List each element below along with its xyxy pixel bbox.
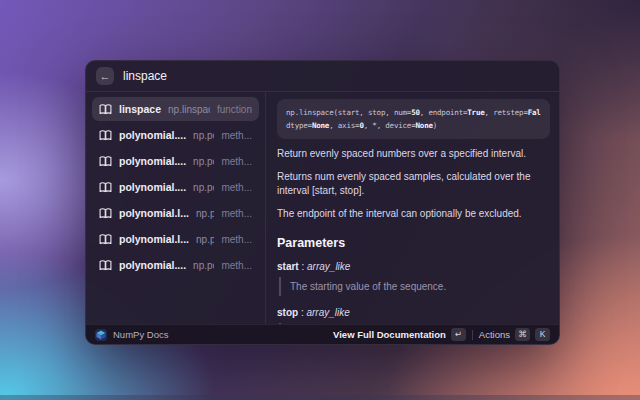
results-panel: linspace np.linspace function polynomial…	[86, 92, 266, 324]
book-icon	[99, 155, 112, 168]
list-item[interactable]: polynomial.... np.polyn... meth...	[92, 253, 259, 277]
list-item[interactable]: polynomial.... np.polyn... meth...	[92, 149, 259, 173]
desktop-background: ← linspace np.linspace function polynomi…	[0, 0, 640, 400]
code-signature-line: np.linspace(start, stop, num=50, endpoin…	[286, 106, 541, 119]
result-type: meth...	[221, 234, 252, 245]
window-body: linspace np.linspace function polynomial…	[86, 92, 559, 324]
actions-button[interactable]: Actions ⌘ K	[479, 328, 550, 341]
back-arrow-icon: ←	[100, 70, 111, 82]
search-input[interactable]	[123, 69, 343, 83]
param-type: array_like	[306, 307, 349, 318]
result-type: function	[217, 104, 252, 115]
result-subtitle: np.polyn...	[193, 260, 214, 271]
param-description: The starting value of the sequence.	[279, 277, 550, 296]
footer-actions: View Full Documentation ↵ Actions ⌘ K	[333, 328, 550, 341]
parameters-heading: Parameters	[277, 236, 550, 250]
result-subtitle: np.linspace	[168, 104, 210, 115]
list-item[interactable]: polynomial.... np.polyn... meth...	[92, 123, 259, 147]
footer-divider	[472, 330, 473, 340]
result-title: polynomial.l...	[119, 233, 189, 245]
list-item[interactable]: linspace np.linspace function	[92, 97, 259, 121]
code-signature-line: dtype=None, axis=0, *, device=None)	[286, 119, 541, 132]
return-key-icon: ↵	[451, 328, 466, 341]
result-subtitle: np.polyn...	[193, 182, 214, 193]
param-name: start	[277, 261, 299, 272]
param-header: start : array_like	[277, 261, 550, 272]
result-subtitle: np.polyn...	[196, 208, 214, 219]
book-icon	[99, 181, 112, 194]
view-full-documentation-button[interactable]: View Full Documentation ↵	[333, 328, 466, 341]
param-description: The end value of the sequence, unless en…	[279, 323, 550, 324]
result-title: polynomial.l...	[119, 207, 189, 219]
result-type: meth...	[221, 156, 252, 167]
param-header: stop : array_like	[277, 307, 550, 318]
window-header: ←	[86, 61, 559, 92]
result-type: meth...	[221, 260, 252, 271]
book-icon	[99, 129, 112, 142]
list-item[interactable]: polynomial.... np.polyn... meth...	[92, 175, 259, 199]
actions-label: Actions	[479, 329, 510, 340]
result-title: polynomial....	[119, 155, 186, 167]
result-title: polynomial....	[119, 129, 186, 141]
param-type: array_like	[307, 261, 350, 272]
result-title: linspace	[119, 103, 161, 115]
param-name: stop	[277, 307, 298, 318]
book-icon	[99, 259, 112, 272]
detail-panel[interactable]: np.linspace(start, stop, num=50, endpoin…	[266, 92, 559, 324]
doc-paragraph: Returns num evenly spaced samples, calcu…	[277, 170, 550, 199]
result-type: meth...	[221, 130, 252, 141]
docs-launcher-window: ← linspace np.linspace function polynomi…	[85, 60, 560, 345]
numpy-logo-icon	[95, 329, 107, 341]
footer-bar: NumPy Docs View Full Documentation ↵ Act…	[86, 324, 559, 344]
result-subtitle: np.polyn...	[193, 130, 214, 141]
list-item[interactable]: polynomial.l... np.polyn... meth...	[92, 201, 259, 225]
result-type: meth...	[221, 208, 252, 219]
k-key-icon: K	[535, 328, 550, 341]
command-key-icon: ⌘	[515, 328, 530, 341]
doc-paragraph: Return evenly spaced numbers over a spec…	[277, 147, 550, 162]
wallpaper-bottom-strip	[0, 395, 640, 400]
code-signature: np.linspace(start, stop, num=50, endpoin…	[277, 99, 550, 139]
view-full-documentation-label: View Full Documentation	[333, 329, 446, 340]
book-icon	[99, 103, 112, 116]
back-button[interactable]: ←	[96, 67, 114, 85]
param-separator: :	[299, 261, 307, 272]
book-icon	[99, 233, 112, 246]
doc-paragraph: The endpoint of the interval can optiona…	[277, 207, 550, 222]
result-title: polynomial....	[119, 181, 186, 193]
result-title: polynomial....	[119, 259, 186, 271]
book-icon	[99, 207, 112, 220]
source-label: NumPy Docs	[113, 329, 168, 340]
result-subtitle: np.polyn...	[193, 156, 214, 167]
result-subtitle: np.polyn...	[196, 234, 214, 245]
result-type: meth...	[221, 182, 252, 193]
list-item[interactable]: polynomial.l... np.polyn... meth...	[92, 227, 259, 251]
